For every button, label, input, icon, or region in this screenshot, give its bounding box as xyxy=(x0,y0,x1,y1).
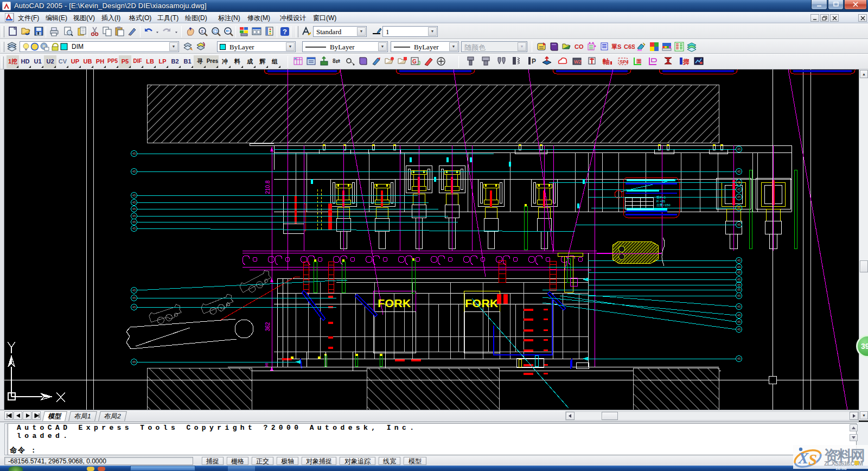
svg-text:45: 45 xyxy=(737,259,741,262)
svg-text:45: 45 xyxy=(132,360,136,364)
svg-text:45: 45 xyxy=(737,271,741,274)
svg-text:45: 45 xyxy=(132,305,136,309)
svg-text:45: 45 xyxy=(132,201,136,204)
svg-text:45: 45 xyxy=(737,357,741,360)
svg-text:CO: CO xyxy=(575,43,584,50)
svg-text:45: 45 xyxy=(132,289,136,292)
svg-text:45: 45 xyxy=(737,314,741,317)
svg-text:45: 45 xyxy=(737,181,741,184)
svg-text:45: 45 xyxy=(737,170,741,173)
svg-text:45: 45 xyxy=(737,206,741,209)
svg-text:362: 362 xyxy=(265,322,271,331)
svg-text:掷: 掷 xyxy=(682,58,689,66)
svg-text:WZ: WZ xyxy=(574,59,582,65)
svg-text:45: 45 xyxy=(132,194,136,197)
svg-text:G: G xyxy=(412,59,417,65)
svg-text:45: 45 xyxy=(132,220,136,224)
svg-text:45: 45 xyxy=(737,278,741,281)
svg-text:FORK: FORK xyxy=(378,297,411,309)
svg-text:45: 45 xyxy=(737,283,741,287)
svg-text:X: X xyxy=(797,449,809,467)
svg-text:45: 45 xyxy=(132,170,136,173)
svg-text:S: S xyxy=(808,451,817,468)
svg-text:P: P xyxy=(532,58,536,65)
svg-text:單S: 單S xyxy=(611,43,621,50)
svg-text:45: 45 xyxy=(737,265,741,269)
svg-text:45: 45 xyxy=(737,328,741,331)
svg-text:固: 固 xyxy=(636,59,641,64)
svg-text:45: 45 xyxy=(737,148,741,151)
svg-text:8⇄: 8⇄ xyxy=(333,58,341,64)
svg-text:45: 45 xyxy=(132,207,136,211)
svg-text:210.8: 210.8 xyxy=(265,180,271,194)
svg-text:SP4: SP4 xyxy=(620,59,628,65)
svg-text:FORK: FORK xyxy=(465,297,499,309)
svg-text:自重<150: 自重<150 xyxy=(656,203,671,207)
svg-text:45: 45 xyxy=(737,223,741,226)
svg-text:45: 45 xyxy=(737,320,741,323)
svg-text:45: 45 xyxy=(737,305,741,308)
svg-text:45: 45 xyxy=(132,214,136,218)
svg-text:45: 45 xyxy=(737,195,741,199)
svg-text:45: 45 xyxy=(132,296,136,300)
svg-text:45: 45 xyxy=(737,288,741,291)
svg-text:R =85: R =85 xyxy=(656,200,666,203)
svg-text:45: 45 xyxy=(132,152,136,155)
svg-text:軸: 軸 xyxy=(602,58,610,66)
svg-text:45: 45 xyxy=(737,294,741,297)
svg-text:45: 45 xyxy=(132,227,136,230)
svg-text:C6S: C6S xyxy=(624,43,635,50)
svg-text:?: ? xyxy=(283,28,287,36)
svg-text:45: 45 xyxy=(737,188,741,191)
svg-text:±: ± xyxy=(201,28,203,34)
